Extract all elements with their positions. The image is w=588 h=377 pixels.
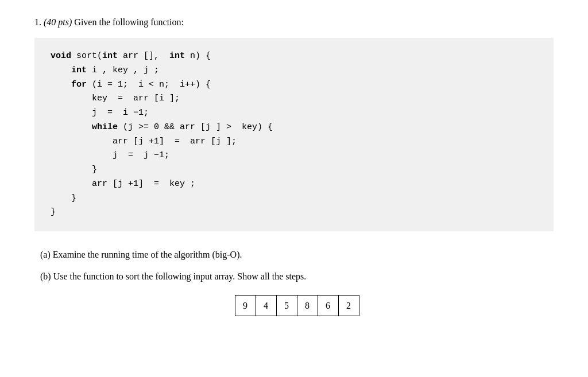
array-cell-1: 4 [256, 296, 276, 316]
question-container: 1. (40 pts) Given the following function… [34, 17, 554, 316]
input-array: 9 4 5 8 6 2 [235, 295, 359, 316]
code-line-9: } [51, 163, 537, 177]
code-line-4: key = arr [i ]; [51, 92, 537, 106]
question-points: (40 pts) [44, 17, 72, 27]
array-cell-5: 2 [338, 296, 359, 316]
question-header: 1. (40 pts) Given the following function… [34, 17, 554, 28]
code-line-3: for (i = 1; i < n; i++) { [51, 78, 537, 92]
sub-question-a: (a) Examine the running time of the algo… [40, 247, 554, 262]
code-line-5: j = i −1; [51, 106, 537, 121]
question-number: 1. [34, 17, 41, 27]
array-cell-4: 6 [318, 296, 338, 316]
code-line-1: void sort(int arr [], int n) { [51, 49, 537, 64]
sub-questions: (a) Examine the running time of the algo… [34, 247, 554, 316]
array-container: 9 4 5 8 6 2 [40, 295, 554, 316]
code-line-2: int i , key , j ; [51, 64, 537, 78]
question-intro: Given the following function: [74, 17, 184, 27]
array-cell-3: 8 [297, 296, 318, 316]
code-line-12: } [51, 205, 537, 220]
code-line-7: arr [j +1] = arr [j ]; [51, 135, 537, 149]
array-cell-0: 9 [235, 296, 256, 316]
sub-question-b: (b) Use the function to sort the followi… [40, 269, 554, 284]
code-line-8: j = j −1; [51, 149, 537, 163]
sub-question-b-text: (b) Use the function to sort the followi… [40, 271, 306, 281]
code-line-11: } [51, 192, 537, 206]
sub-question-a-text: (a) Examine the running time of the algo… [40, 250, 242, 259]
code-line-6: while (j >= 0 && arr [j ] > key) { [51, 121, 537, 135]
code-block: void sort(int arr [], int n) { int i , k… [34, 38, 554, 231]
code-line-10: arr [j +1] = key ; [51, 177, 537, 192]
array-cell-2: 5 [276, 296, 297, 316]
